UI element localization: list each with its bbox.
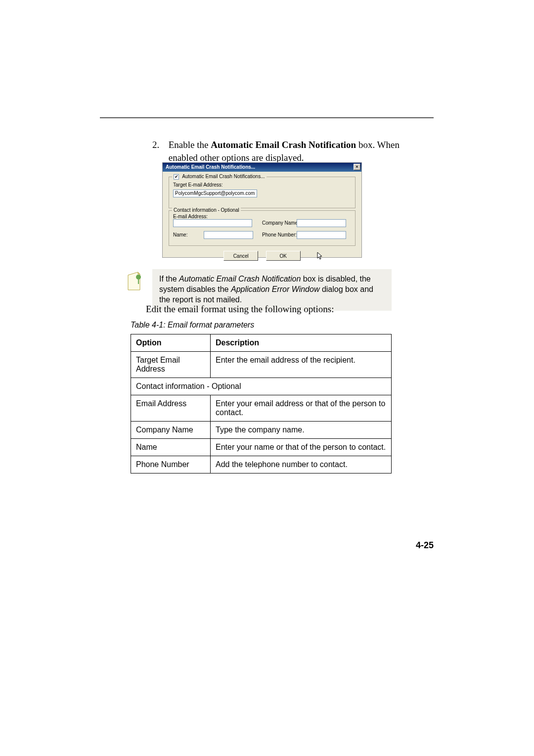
dialog-titlebar: Automatic Email Crash Notifications... ×: [163, 163, 361, 172]
cell-option: Email Address: [131, 395, 211, 422]
name-input[interactable]: [204, 231, 253, 239]
cell-desc: Type the company name.: [211, 422, 392, 439]
svg-point-0: [136, 275, 141, 280]
phone-number-input[interactable]: [297, 231, 346, 239]
table-caption: Table 4-1: Email format parameters: [131, 321, 254, 330]
cell-option: Phone Number: [131, 456, 211, 473]
target-email-value: PolycomMgcSupport@polycom.com: [175, 190, 255, 196]
table-section-row: Contact information - Optional: [131, 378, 392, 395]
cell-section: Contact information - Optional: [131, 378, 392, 395]
cancel-button[interactable]: Cancel: [223, 251, 258, 261]
dialog-body: ✔ Automatic Email Crash Notifications...…: [163, 172, 361, 261]
contact-row-2: Name: Phone Number:: [173, 231, 351, 241]
target-email-input[interactable]: PolycomMgcSupport@polycom.com: [173, 189, 257, 197]
cell-option: Name: [131, 439, 211, 456]
cursor-icon: [317, 252, 324, 262]
note-ital1: Automatic Email Crash Notification: [179, 275, 301, 283]
group-contact-optional: Contact information - Optional E-mail Ad…: [169, 210, 356, 246]
instruction-step: 2. Enable the Automatic Email Crash Noti…: [152, 139, 414, 164]
step-text-bold: Automatic Email Crash Notification: [211, 140, 356, 150]
table-row: Target Email Address Enter the email add…: [131, 352, 392, 378]
params-table: Option Description Target Email Address …: [131, 334, 392, 473]
auto-notify-checkbox[interactable]: ✔: [174, 174, 179, 180]
ok-button[interactable]: OK: [266, 251, 301, 261]
cell-desc: Enter the email address of the recipient…: [211, 352, 392, 378]
document-page: 2. Enable the Automatic Email Crash Noti…: [0, 0, 534, 756]
edit-instruction: Edit the email format using the followin…: [146, 304, 393, 315]
name-label: Name:: [173, 232, 187, 237]
note-ital2: Application Error Window: [231, 285, 319, 293]
note-icon: [125, 271, 143, 292]
col-option: Option: [131, 334, 211, 352]
step-text-a: Enable the: [169, 140, 211, 150]
group-auto-legend: ✔ Automatic Email Crash Notifications...: [172, 174, 267, 180]
cell-desc: Add the telephone number to contact.: [211, 456, 392, 473]
cell-desc: Enter your name or that of the person to…: [211, 439, 392, 456]
phone-number-label: Phone Number:: [262, 232, 297, 237]
table-row: Name Enter your name or that of the pers…: [131, 439, 392, 456]
contact-row-1: Company Name:: [173, 219, 351, 229]
auto-notify-checkbox-label: Automatic Email Crash Notifications...: [182, 174, 265, 179]
dialog-close-button[interactable]: ×: [354, 164, 360, 170]
table-row: Company Name Type the company name.: [131, 422, 392, 439]
company-name-label: Company Name:: [262, 220, 299, 226]
svg-rect-1: [138, 279, 139, 284]
cell-option: Target Email Address: [131, 352, 211, 378]
checkmark-icon: ✔: [175, 174, 178, 179]
step-text: Enable the Automatic Email Crash Notific…: [169, 139, 411, 164]
dialog-title: Automatic Email Crash Notifications...: [166, 164, 255, 170]
table-row: Email Address Enter your email address o…: [131, 395, 392, 422]
email-address-input[interactable]: [173, 219, 252, 227]
close-icon: ×: [356, 164, 358, 169]
page-number: 4-25: [416, 540, 434, 551]
group-auto-notify: ✔ Automatic Email Crash Notifications...…: [169, 177, 356, 208]
note-part1: If the: [159, 275, 179, 283]
company-name-input[interactable]: [297, 219, 346, 227]
col-description: Description: [211, 334, 392, 352]
cell-option: Company Name: [131, 422, 211, 439]
crash-notify-dialog: Automatic Email Crash Notifications... ×…: [162, 162, 362, 258]
table-row: Phone Number Add the telephone number to…: [131, 456, 392, 473]
cell-desc: Enter your email address or that of the …: [211, 395, 392, 422]
step-number: 2.: [152, 139, 166, 151]
group-contact-legend: Contact information - Optional: [172, 207, 241, 213]
email-address-label: E-mail Address:: [173, 214, 351, 219]
horizontal-rule: [100, 117, 434, 118]
target-email-label: Target E-mail Address:: [173, 182, 351, 188]
table-header-row: Option Description: [131, 334, 392, 352]
dialog-button-row: Cancel OK: [169, 251, 356, 261]
